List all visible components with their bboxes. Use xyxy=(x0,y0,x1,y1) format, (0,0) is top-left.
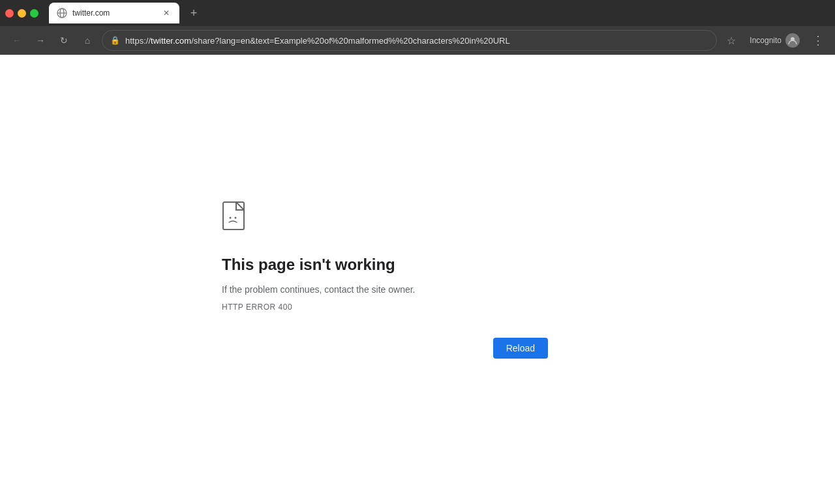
svg-point-6 xyxy=(235,216,237,218)
url-prefix: https:// xyxy=(125,36,151,46)
error-code: HTTP ERROR 400 xyxy=(222,303,292,312)
tab-bar: twitter.com ✕ + xyxy=(0,0,835,26)
back-button[interactable]: ← xyxy=(8,31,26,50)
incognito-icon xyxy=(785,33,800,48)
right-controls: ☆ Incognito ⋮ xyxy=(722,31,827,50)
incognito-label: Incognito xyxy=(750,36,782,45)
address-bar: ← → ↻ ⌂ 🔒 https://twitter.com/share?lang… xyxy=(0,26,835,55)
menu-dots-icon: ⋮ xyxy=(812,33,824,48)
star-icon: ☆ xyxy=(727,35,736,47)
url-bar[interactable]: 🔒 https://twitter.com/share?lang=en&text… xyxy=(102,30,717,51)
forward-button[interactable]: → xyxy=(31,31,50,50)
bookmark-button[interactable]: ☆ xyxy=(722,31,740,50)
tab-close-button[interactable]: ✕ xyxy=(161,8,172,18)
tab-favicon-icon xyxy=(57,8,67,18)
reload-row: Reload xyxy=(157,338,548,359)
error-title: This page isn't working xyxy=(222,256,395,274)
reload-button[interactable]: Reload xyxy=(493,338,548,359)
url-path: /share?lang=en&text=Example%20of%20malfo… xyxy=(191,36,510,46)
error-description: If the problem continues, contact the si… xyxy=(222,284,416,295)
url-domain: twitter.com xyxy=(151,36,191,46)
browser-tab[interactable]: twitter.com ✕ xyxy=(49,3,179,23)
error-wrapper: This page isn't working If the problem c… xyxy=(222,201,613,359)
back-icon: ← xyxy=(12,35,22,46)
forward-icon: → xyxy=(36,35,45,46)
lock-icon: 🔒 xyxy=(110,36,120,45)
url-text: https://twitter.com/share?lang=en&text=E… xyxy=(125,36,708,46)
reload-nav-button[interactable]: ↻ xyxy=(55,31,73,50)
svg-point-5 xyxy=(230,216,232,218)
tab-title: twitter.com xyxy=(72,8,156,18)
new-tab-button[interactable]: + xyxy=(185,4,203,22)
reload-icon: ↻ xyxy=(60,35,68,46)
window-close-button[interactable] xyxy=(5,9,14,18)
error-icon xyxy=(222,201,253,240)
window-minimize-button[interactable] xyxy=(18,9,26,18)
window-controls xyxy=(5,9,38,18)
incognito-badge[interactable]: Incognito xyxy=(743,31,806,50)
home-icon: ⌂ xyxy=(85,35,90,46)
menu-button[interactable]: ⋮ xyxy=(809,31,827,50)
window-maximize-button[interactable] xyxy=(30,9,38,18)
browser-chrome: twitter.com ✕ + ← → ↻ ⌂ 🔒 https://twitte… xyxy=(0,0,835,55)
page-content: This page isn't working If the problem c… xyxy=(0,55,835,504)
home-button[interactable]: ⌂ xyxy=(78,31,97,50)
